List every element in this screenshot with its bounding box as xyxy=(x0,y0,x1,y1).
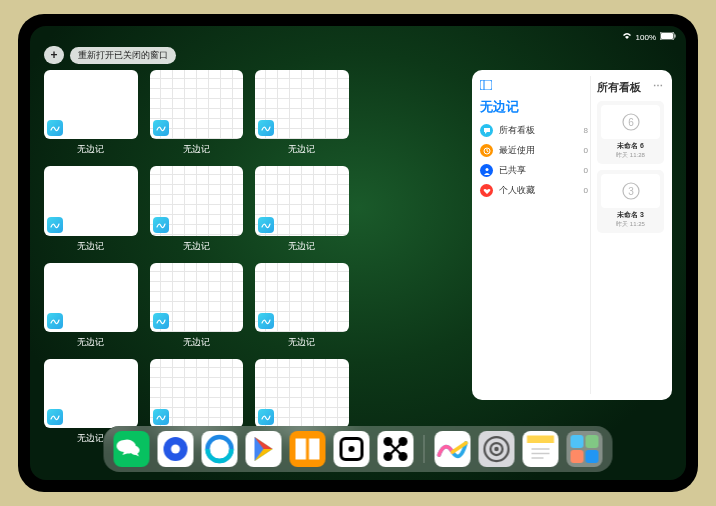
dock-notes-icon[interactable] xyxy=(523,431,559,467)
window-thumb[interactable]: 无边记 xyxy=(255,70,349,156)
battery-icon xyxy=(660,32,676,42)
window-card xyxy=(150,70,244,139)
board-sketch: 3 xyxy=(601,174,660,208)
window-label: 无边记 xyxy=(183,240,210,253)
window-card xyxy=(255,70,349,139)
more-icon[interactable]: ⋯ xyxy=(653,80,664,95)
board-sketch: 6 xyxy=(601,105,660,139)
svg-text:3: 3 xyxy=(628,186,634,197)
add-window-button[interactable]: + xyxy=(44,46,64,64)
board-name: 未命名 6 xyxy=(617,141,644,151)
pill-row: + 重新打开已关闭的窗口 xyxy=(44,46,176,64)
heart-icon xyxy=(480,184,493,197)
dock-connect-icon[interactable] xyxy=(378,431,414,467)
dock-freeform-icon[interactable] xyxy=(435,431,471,467)
window-thumb[interactable]: 无边记 xyxy=(44,166,138,252)
window-label: 无边记 xyxy=(183,143,210,156)
board-thumb[interactable]: 6 未命名 6 昨天 11:28 xyxy=(597,101,664,164)
board-time: 昨天 11:25 xyxy=(616,220,645,229)
dock-play-icon[interactable] xyxy=(246,431,282,467)
freeform-app-badge-icon xyxy=(47,313,63,329)
freeform-app-badge-icon xyxy=(47,217,63,233)
panel-item[interactable]: 个人收藏 0 xyxy=(480,184,588,197)
window-card xyxy=(44,263,138,332)
battery-label: 100% xyxy=(636,33,656,42)
window-card xyxy=(255,359,349,428)
svg-point-16 xyxy=(349,446,355,452)
freeform-app-badge-icon xyxy=(47,409,63,425)
freeform-app-badge-icon xyxy=(153,313,169,329)
board-time: 昨天 11:28 xyxy=(616,151,645,160)
freeform-app-badge-icon xyxy=(258,217,274,233)
dock-books-icon[interactable] xyxy=(290,431,326,467)
window-card xyxy=(44,359,138,428)
window-card xyxy=(150,166,244,235)
window-label: 无边记 xyxy=(77,240,104,253)
status-bar: 100% xyxy=(30,30,686,44)
sidebar-icon xyxy=(480,80,588,92)
window-label: 无边记 xyxy=(77,143,104,156)
window-card xyxy=(44,70,138,139)
window-thumb[interactable]: 无边记 xyxy=(255,166,349,252)
reopen-window-button[interactable]: 重新打开已关闭的窗口 xyxy=(70,47,176,64)
window-thumb[interactable]: 无边记 xyxy=(255,263,349,349)
dock-browser2-icon[interactable] xyxy=(202,431,238,467)
freeform-app-badge-icon xyxy=(258,409,274,425)
person-icon xyxy=(480,164,493,177)
window-card xyxy=(150,263,244,332)
dock-separator xyxy=(424,435,425,463)
bubble-icon xyxy=(480,124,493,137)
panel-sidebar: 无边记 所有看板 8 最近使用 0 已共享 0 个人收藏 0 xyxy=(478,76,590,394)
panel-item-label: 已共享 xyxy=(499,164,578,177)
window-thumb[interactable]: 无边记 xyxy=(150,166,244,252)
window-grid: 无边记 无边记 无边记 无边记 无边记 无边记 无边记 无边记 xyxy=(44,70,460,424)
svg-text:6: 6 xyxy=(628,117,634,128)
window-label: 无边记 xyxy=(288,143,315,156)
freeform-app-badge-icon xyxy=(153,409,169,425)
panel-item[interactable]: 所有看板 8 xyxy=(480,124,588,137)
freeform-app-badge-icon xyxy=(153,120,169,136)
window-card xyxy=(44,166,138,235)
svg-rect-3 xyxy=(480,80,492,90)
dock-dice-icon[interactable] xyxy=(334,431,370,467)
screen: 100% + 重新打开已关闭的窗口 无边记 无边记 无边记 无边记 无边记 无边… xyxy=(30,26,686,480)
dock xyxy=(104,426,613,472)
window-thumb[interactable]: 无边记 xyxy=(150,263,244,349)
svg-point-12 xyxy=(171,445,180,454)
svg-rect-2 xyxy=(675,35,676,38)
wifi-icon xyxy=(622,32,632,42)
panel-right: 所有看板 ⋯ 6 未命名 6 昨天 11:28 3 未命名 3 昨天 11:25 xyxy=(590,76,666,394)
window-card xyxy=(255,166,349,235)
freeform-app-badge-icon xyxy=(153,217,169,233)
dock-browser1-icon[interactable] xyxy=(158,431,194,467)
freeform-app-badge-icon xyxy=(258,313,274,329)
window-label: 无边记 xyxy=(288,336,315,349)
panel-list: 所有看板 8 最近使用 0 已共享 0 个人收藏 0 xyxy=(480,124,588,197)
window-thumb[interactable]: 无边记 xyxy=(44,263,138,349)
svg-point-6 xyxy=(485,168,488,171)
window-label: 无边记 xyxy=(288,240,315,253)
panel-item[interactable]: 已共享 0 xyxy=(480,164,588,177)
dock-wechat-icon[interactable] xyxy=(114,431,150,467)
ipad-frame: 100% + 重新打开已关闭的窗口 无边记 无边记 无边记 无边记 无边记 无边… xyxy=(18,14,698,492)
board-name: 未命名 3 xyxy=(617,210,644,220)
panel-right-title: 所有看板 xyxy=(597,80,641,95)
panel-item-label: 个人收藏 xyxy=(499,184,578,197)
dock-settings-icon[interactable] xyxy=(479,431,515,467)
clock-icon xyxy=(480,144,493,157)
panel-item-count: 8 xyxy=(584,126,588,135)
window-card xyxy=(150,359,244,428)
window-thumb[interactable]: 无边记 xyxy=(150,70,244,156)
window-card xyxy=(255,263,349,332)
window-label: 无边记 xyxy=(77,336,104,349)
freeform-panel[interactable]: 无边记 所有看板 8 最近使用 0 已共享 0 个人收藏 0 所有看板 ⋯ xyxy=(472,70,672,400)
board-thumb[interactable]: 3 未命名 3 昨天 11:25 xyxy=(597,170,664,233)
svg-rect-1 xyxy=(661,33,673,39)
panel-item[interactable]: 最近使用 0 xyxy=(480,144,588,157)
window-thumb[interactable]: 无边记 xyxy=(44,70,138,156)
svg-rect-24 xyxy=(527,436,554,444)
panel-item-label: 所有看板 xyxy=(499,124,578,137)
panel-item-label: 最近使用 xyxy=(499,144,578,157)
dock-folder[interactable] xyxy=(567,431,603,467)
window-label: 无边记 xyxy=(77,432,104,445)
